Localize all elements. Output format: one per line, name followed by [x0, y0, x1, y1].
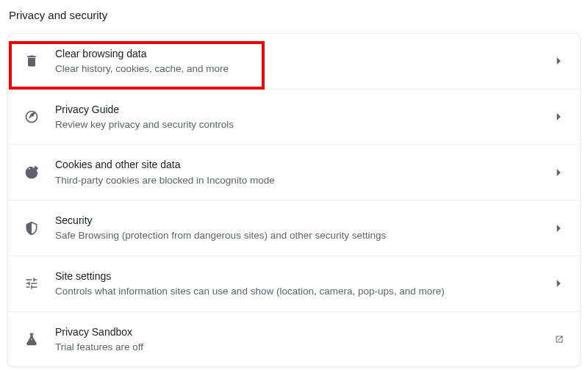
- row-privacy-sandbox[interactable]: Privacy Sandbox Trial features are off: [8, 312, 580, 367]
- cookie-icon: [24, 165, 39, 180]
- row-subtitle: Controls what information sites can use …: [55, 285, 555, 298]
- row-title: Clear browsing data: [55, 47, 555, 60]
- row-title: Site settings: [55, 269, 555, 283]
- row-privacy-guide[interactable]: Privacy Guide Review key privacy and sec…: [8, 90, 580, 145]
- row-text: Clear browsing data Clear history, cooki…: [55, 47, 555, 76]
- row-title: Cookies and other site data: [55, 158, 555, 171]
- row-security[interactable]: Security Safe Browsing (protection from …: [8, 200, 580, 256]
- row-text: Privacy Guide Review key privacy and sec…: [55, 103, 555, 131]
- row-text: Cookies and other site data Third-party …: [55, 158, 555, 186]
- chevron-right-icon: [555, 168, 564, 177]
- settings-card: Clear browsing data Clear history, cooki…: [7, 33, 581, 367]
- row-title: Privacy Sandbox: [55, 325, 555, 338]
- external-link-icon: [555, 335, 564, 344]
- shield-icon: [24, 221, 39, 236]
- sliders-icon: [24, 276, 39, 291]
- row-subtitle: Safe Browsing (protection from dangerous…: [55, 229, 555, 242]
- row-subtitle: Third-party cookies are blocked in Incog…: [55, 174, 555, 187]
- row-text: Security Safe Browsing (protection from …: [55, 214, 555, 242]
- chevron-right-icon: [555, 57, 564, 65]
- row-text: Privacy Sandbox Trial features are off: [55, 325, 555, 354]
- row-title: Privacy Guide: [55, 103, 555, 116]
- compass-icon: [24, 109, 39, 124]
- chevron-right-icon: [555, 112, 564, 121]
- row-text: Site settings Controls what information …: [55, 269, 555, 298]
- row-subtitle: Trial features are off: [55, 341, 555, 354]
- chevron-right-icon: [555, 279, 564, 288]
- row-site-settings[interactable]: Site settings Controls what information …: [8, 256, 580, 312]
- chevron-right-icon: [555, 224, 564, 233]
- row-subtitle: Clear history, cookies, cache, and more: [55, 62, 555, 76]
- row-cookies[interactable]: Cookies and other site data Third-party …: [8, 145, 580, 200]
- page-title: Privacy and security: [7, 9, 581, 21]
- flask-icon: [24, 332, 39, 347]
- row-title: Security: [55, 214, 555, 227]
- row-subtitle: Review key privacy and security controls: [55, 118, 555, 131]
- trash-icon: [24, 54, 39, 68]
- row-clear-browsing-data[interactable]: Clear browsing data Clear history, cooki…: [8, 34, 580, 90]
